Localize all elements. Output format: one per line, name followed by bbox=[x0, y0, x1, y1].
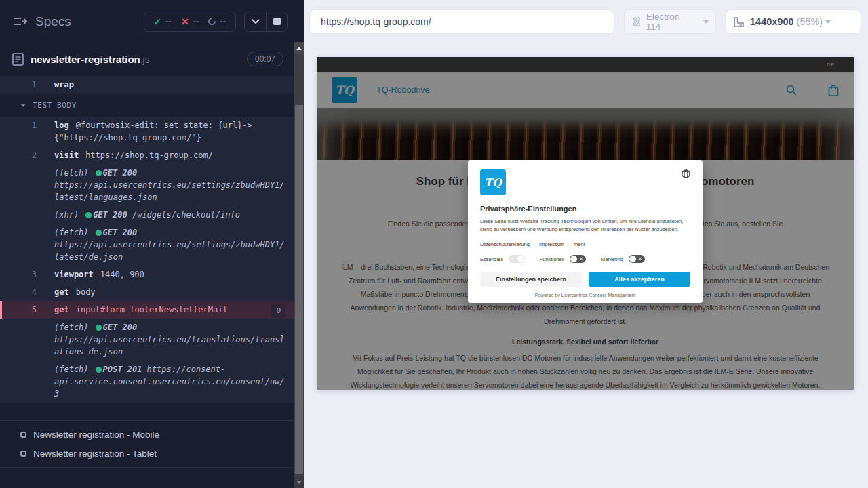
spec-file-name: newsletter-registration.js bbox=[31, 54, 150, 65]
browser-pane: https://shop.tq-group.com/ Electron 114 … bbox=[304, 0, 868, 488]
url-text: https://shop.tq-group.com/ bbox=[321, 16, 431, 27]
spec-duration-badge: 00:07 bbox=[247, 52, 283, 66]
electron-icon bbox=[631, 16, 642, 27]
accept-all-button[interactable]: Alles akzeptieren bbox=[589, 272, 690, 287]
spec-file-icon bbox=[12, 53, 24, 66]
spec-file-ext: .js bbox=[140, 54, 150, 65]
browser-label: Electron 114 bbox=[646, 12, 696, 32]
command-row[interactable]: 1 wrap bbox=[0, 76, 294, 94]
essential-toggle: ✓ bbox=[509, 255, 525, 263]
spec-runner-sidebar: Specs ✓-- ✕-- -- newsletter-registration… bbox=[0, 0, 294, 488]
stat-failed: ✕-- bbox=[181, 16, 199, 27]
toggle-knob bbox=[517, 256, 524, 262]
consent-title: Privatsphäre-Einstellungen bbox=[480, 205, 690, 213]
command-row[interactable]: 4 getbody bbox=[0, 283, 294, 301]
triangle-up-icon bbox=[296, 47, 302, 50]
status-dot-icon bbox=[96, 367, 102, 373]
more-link[interactable]: mehr bbox=[574, 241, 585, 247]
privacy-policy-link[interactable]: Datenschutzerklärung bbox=[480, 241, 530, 247]
restart-icon bbox=[207, 16, 218, 27]
check-icon: ✓ bbox=[154, 16, 162, 27]
network-request-row[interactable]: (fetch)GET 200 https://api.usercentrics.… bbox=[0, 319, 294, 361]
spec-square-icon bbox=[20, 451, 26, 457]
panel-scrollbar bbox=[294, 0, 304, 488]
test-stats: ✓-- ✕-- -- bbox=[144, 12, 236, 32]
failed-command-row[interactable]: 5 getinput#form-footerNewsletterMail 0 bbox=[0, 301, 294, 319]
consent-toggles: Essenziell ✓ Funktionell ✕ Marketing ✕ bbox=[480, 255, 690, 263]
status-dot-icon bbox=[85, 212, 92, 218]
save-settings-button[interactable]: Einstellungen speichern bbox=[480, 272, 582, 287]
network-request-row[interactable]: (xhr)GET 200 /widgets/checkout/info bbox=[0, 206, 294, 224]
toggle-knob bbox=[570, 256, 577, 262]
status-dot-icon bbox=[96, 230, 102, 236]
url-bar[interactable]: https://shop.tq-group.com/ bbox=[309, 9, 614, 34]
command-log: 1 wrap TEST BODY 1 log@fourtwosix-edit: … bbox=[0, 76, 294, 419]
divider bbox=[0, 467, 294, 468]
network-request-row[interactable]: (fetch)GET 200 https://api.usercentrics.… bbox=[0, 164, 294, 206]
scroll-up-button[interactable] bbox=[294, 42, 304, 54]
command-row[interactable]: 1 log@fourtwosix-edit: set state: {url}-… bbox=[0, 117, 294, 146]
x-icon: ✕ bbox=[579, 256, 583, 262]
command-row[interactable]: 2 visithttps://shop.tq-group.com/ bbox=[0, 146, 294, 164]
toggle-label-marketing: Marketing bbox=[601, 256, 623, 262]
test-body-section-header[interactable]: TEST BODY bbox=[0, 94, 294, 117]
runner-header: Specs ✓-- ✕-- -- bbox=[0, 0, 294, 43]
viewport-selector[interactable]: 1440x900 (55%) bbox=[726, 9, 861, 34]
browser-selector[interactable]: Electron 114 bbox=[624, 9, 716, 34]
triangle-down-icon bbox=[296, 481, 302, 484]
chevron-down-icon bbox=[252, 19, 260, 24]
runner-controls bbox=[244, 12, 288, 32]
imprint-link[interactable]: Impressum bbox=[539, 241, 564, 247]
tq-logo: TQ bbox=[480, 169, 506, 195]
x-icon: ✕ bbox=[638, 256, 642, 262]
globe-icon[interactable] bbox=[682, 169, 690, 178]
scroll-down-button[interactable] bbox=[294, 476, 304, 488]
collapse-all-button[interactable] bbox=[245, 12, 266, 31]
consent-links: Datenschutzerklärung Impressum mehr bbox=[480, 241, 690, 247]
stop-button[interactable] bbox=[266, 12, 287, 31]
spec-square-icon bbox=[20, 432, 26, 438]
stat-passed: ✓-- bbox=[154, 16, 172, 27]
hook-commands: 1 wrap bbox=[0, 76, 294, 94]
app-preview: DE TQ TQ-Robodrive Shop für bürstenlose … bbox=[317, 57, 854, 390]
consent-description: Diese Seite nutzt Website-Tracking-Techn… bbox=[480, 218, 690, 233]
network-request-row[interactable]: (fetch)GET 200 https://api.usercentrics.… bbox=[0, 224, 294, 266]
status-dot-icon bbox=[96, 170, 102, 176]
element-count-badge: 0 bbox=[271, 304, 285, 318]
check-icon: ✓ bbox=[511, 256, 515, 262]
functional-toggle[interactable]: ✕ bbox=[570, 255, 586, 263]
viewport-size: 1440x900 bbox=[750, 16, 794, 27]
chevron-down-icon bbox=[825, 20, 831, 24]
specs-title: Specs bbox=[35, 14, 71, 29]
marketing-toggle[interactable]: ✕ bbox=[629, 255, 645, 263]
toggle-knob bbox=[629, 256, 636, 262]
x-icon: ✕ bbox=[181, 16, 189, 27]
collapsed-specs: Newsletter registration - Mobile Newslet… bbox=[0, 420, 294, 468]
ruler-icon bbox=[733, 16, 745, 28]
stat-pending: -- bbox=[208, 16, 226, 26]
status-dot-icon bbox=[96, 325, 102, 331]
stop-icon bbox=[273, 18, 281, 25]
zoom-level: (55%) bbox=[797, 16, 823, 27]
toggle-label-essential: Essenziell bbox=[480, 256, 503, 262]
spec-file-row[interactable]: newsletter-registration.js 00:07 bbox=[0, 43, 294, 75]
network-request-row[interactable]: (fetch)POST 201 https://consent-api.serv… bbox=[0, 361, 294, 403]
spec-item-tablet[interactable]: Newsletter registration - Tablet bbox=[0, 444, 294, 463]
command-row[interactable]: 3 viewport1440, 900 bbox=[0, 266, 294, 283]
consent-footer: Powered by Usercentrics Consent Manageme… bbox=[480, 293, 690, 298]
scrollbar-thumb[interactable] bbox=[295, 105, 303, 474]
toggle-label-functional: Funktionell bbox=[540, 256, 564, 262]
chevron-down-icon bbox=[20, 104, 26, 107]
chevron-down-icon bbox=[703, 20, 709, 24]
spec-item-mobile[interactable]: Newsletter registration - Mobile bbox=[0, 425, 294, 444]
cookie-consent-dialog: TQ Privatsphäre-Einstellungen Diese Seit… bbox=[468, 160, 703, 303]
collapse-sidebar-icon[interactable] bbox=[12, 16, 27, 28]
test-body-commands: 1 log@fourtwosix-edit: set state: {url}-… bbox=[0, 117, 294, 403]
